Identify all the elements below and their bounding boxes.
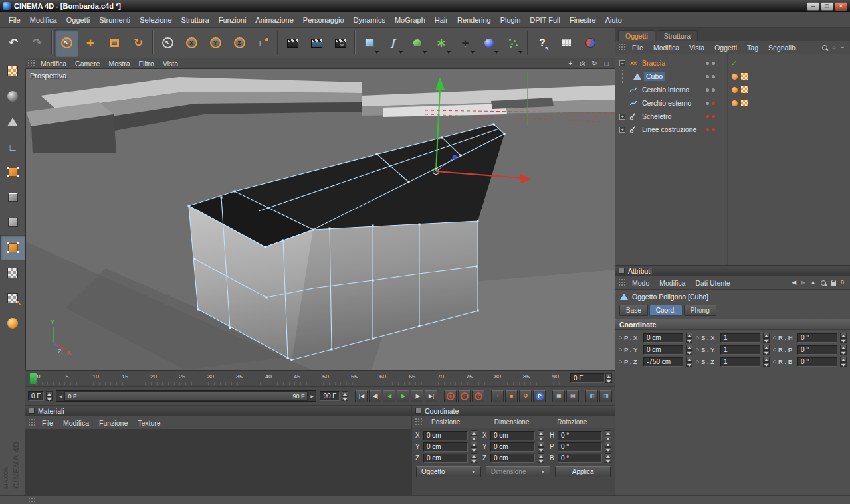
materials-menu-funzione[interactable]: Funzione <box>94 418 132 428</box>
sx-field[interactable]: 1 <box>720 333 760 343</box>
goto-start-button[interactable]: |◀ <box>355 390 368 402</box>
sz-field[interactable]: 1 <box>720 357 760 367</box>
key-bullet-icon[interactable] <box>696 336 699 339</box>
animation-mode-button[interactable] <box>0 235 25 260</box>
edges-mode-button[interactable] <box>0 185 25 210</box>
pz-field[interactable]: -750 cm <box>643 357 683 367</box>
om-menu-oggetti[interactable]: Oggetti <box>710 42 742 53</box>
rp-spinner[interactable] <box>840 345 847 355</box>
render-active-view-button[interactable] <box>304 29 328 57</box>
tree-item-cerchio-interno[interactable]: Cerchio interno <box>615 83 850 96</box>
dim-z-field[interactable]: 0 cm <box>490 454 535 463</box>
close-button[interactable]: × <box>835 2 847 11</box>
tab-oggetti[interactable]: Oggetti <box>618 30 655 41</box>
menu-personaggio[interactable]: Personaggio <box>298 13 349 27</box>
search-icon[interactable] <box>821 280 826 286</box>
vp-menu-modifica[interactable]: Modifica <box>37 59 70 68</box>
history-forward-icon[interactable]: ▶ <box>801 280 805 286</box>
rot-p-spinner[interactable] <box>605 442 611 452</box>
menu-oggetti[interactable]: Oggetti <box>62 13 94 27</box>
move-button[interactable]: + <box>78 29 102 57</box>
scale-button[interactable] <box>102 29 126 57</box>
rot-h-spinner[interactable] <box>605 430 611 440</box>
dim-y-field[interactable]: 0 cm <box>490 442 535 452</box>
sy-field[interactable]: 1 <box>720 345 760 355</box>
parent-object-icon[interactable]: ▲ <box>810 280 816 286</box>
sy-spinner[interactable] <box>763 345 770 355</box>
add-spline-button[interactable]: ʃ <box>381 29 405 57</box>
slider-left-cap[interactable]: ◀ <box>56 391 64 401</box>
px-spinner[interactable] <box>686 333 692 343</box>
key-bullet-icon[interactable] <box>696 360 699 363</box>
materials-list-area[interactable] <box>25 430 411 495</box>
panel-grip[interactable] <box>415 418 422 426</box>
om-menu-vista[interactable]: Vista <box>685 42 709 53</box>
keyframe-presets-button[interactable]: ◨ <box>599 390 612 402</box>
pos-z-spinner[interactable] <box>471 453 477 463</box>
visibility-dots[interactable] <box>706 128 715 131</box>
materials-menu-modifica[interactable]: Modifica <box>58 418 94 428</box>
rot-b-spinner[interactable] <box>605 453 611 463</box>
rot-b-field[interactable]: 0 ° <box>558 454 602 463</box>
lock-z-button[interactable]: Z <box>227 29 251 57</box>
tree-item-cerchio-esterno[interactable]: Cerchio esterno <box>615 96 850 110</box>
pos-z-field[interactable]: 0 cm <box>423 454 468 463</box>
search-icon[interactable] <box>822 45 827 50</box>
keyframe-options-button[interactable]: ? <box>472 390 484 402</box>
attr-menu-modo[interactable]: Modo <box>627 278 654 288</box>
key-bullet-icon[interactable] <box>773 336 776 339</box>
menu-hair[interactable]: Hair <box>430 13 453 27</box>
visibility-dots[interactable] <box>706 88 715 92</box>
online-resources-button[interactable] <box>578 29 602 57</box>
lock-x-button[interactable]: X <box>179 29 203 57</box>
range-end-field[interactable]: 90 F <box>320 391 340 401</box>
rb-field[interactable]: 0 ° <box>797 357 837 367</box>
slider-handle[interactable] <box>65 392 307 400</box>
add-particles-button[interactable] <box>501 29 525 57</box>
pan-view-icon[interactable]: + <box>566 59 576 68</box>
menu-finestre[interactable]: Finestre <box>565 13 601 27</box>
slider-right-cap[interactable]: ▶ <box>308 391 316 401</box>
panel-grip[interactable] <box>28 497 35 503</box>
selection-tag-icon[interactable] <box>731 86 738 94</box>
menu-strumenti[interactable]: Strumenti <box>94 13 135 27</box>
uv-mode-button[interactable]: ↖ <box>0 286 25 311</box>
pos-y-spinner[interactable] <box>471 442 477 452</box>
tree-item-braccia[interactable]: − ×× Braccia ✓ <box>615 56 850 70</box>
pos-x-field[interactable]: 0 cm <box>423 431 468 440</box>
selection-tool-button[interactable]: ↖ <box>156 29 179 57</box>
menu-dynamics[interactable]: Dynamics <box>349 13 390 27</box>
points-mode-button[interactable] <box>0 159 25 185</box>
add-modeling-object-button[interactable]: ∗ <box>429 29 453 57</box>
polygons-mode-button[interactable] <box>0 210 25 235</box>
panel-grip[interactable] <box>618 43 625 52</box>
collapse-box-icon[interactable]: − <box>619 60 625 66</box>
viewport-view-label[interactable]: Prospettiva <box>30 72 66 80</box>
attr-menu-dati-utente[interactable]: Dati Utente <box>691 278 735 288</box>
minimize-button[interactable]: – <box>807 2 819 11</box>
rotate-view-icon[interactable]: ↻ <box>589 59 599 68</box>
play-backward-button[interactable]: ◀ <box>383 390 395 402</box>
menu-modifica[interactable]: Modifica <box>25 13 62 27</box>
menu-plugin[interactable]: Plugin <box>496 13 526 27</box>
selection-tag-icon[interactable] <box>731 73 738 80</box>
key-position-toggle[interactable]: + <box>491 390 504 402</box>
current-frame-field[interactable]: 0 F <box>570 373 605 383</box>
tab-base[interactable]: Base <box>619 305 648 316</box>
keyframe-selection-button[interactable]: ◧ <box>585 390 598 402</box>
make-editable-button[interactable] <box>0 58 25 84</box>
current-frame-marker[interactable] <box>29 373 37 384</box>
rp-field[interactable]: 0 ° <box>797 345 837 355</box>
vp-menu-vista[interactable]: Vista <box>159 59 182 68</box>
vp-menu-mostra[interactable]: Mostra <box>104 59 134 68</box>
timeline-ticks[interactable]: 0 5 10 15 20 25 30 35 40 45 50 55 60 65 … <box>25 371 563 386</box>
key-bullet-icon[interactable] <box>619 336 622 339</box>
expand-box-icon[interactable]: + <box>619 127 625 133</box>
redo-button[interactable]: ↷ <box>25 29 49 57</box>
rh-field[interactable]: 0 ° <box>797 333 837 343</box>
rot-h-field[interactable]: 0 ° <box>558 431 602 440</box>
menu-aiuto[interactable]: Aiuto <box>601 13 627 27</box>
object-dropdown[interactable]: Oggetto▼ <box>416 466 481 477</box>
add-deformer-button[interactable]: + <box>453 29 477 57</box>
key-bullet-icon[interactable] <box>773 360 776 363</box>
